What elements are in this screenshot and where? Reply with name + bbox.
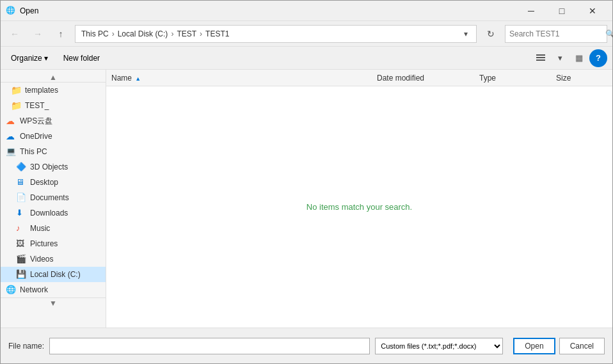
localdisk-icon: 💾: [16, 269, 26, 280]
scroll-up-button[interactable]: ▲: [1, 72, 106, 83]
svg-rect-1: [536, 57, 545, 58]
help-button[interactable]: ?: [589, 49, 607, 67]
sidebar-item-network[interactable]: 🌐 Network: [1, 282, 106, 297]
desktop-icon: 🖥: [16, 177, 26, 187]
refresh-button[interactable]: ↻: [482, 25, 500, 43]
view-controls: ▾ ▦ ?: [532, 49, 607, 67]
onedrive-icon: ☁: [6, 131, 16, 141]
dialog-icon: 🌐: [6, 6, 16, 16]
organize-dropdown-icon: ▾: [44, 54, 48, 63]
breadcrumb-sep1: ›: [112, 29, 115, 38]
sidebar-item-3dobjects[interactable]: 🔷 3D Objects: [1, 159, 106, 175]
search-input[interactable]: [509, 29, 605, 38]
sidebar-item-music[interactable]: ♪ Music: [1, 221, 106, 236]
videos-icon: 🎬: [16, 254, 26, 264]
sidebar-item-label-localdisk: Local Disk (C:): [30, 270, 81, 279]
column-size-label: Size: [556, 74, 571, 83]
navigation-toolbar: ← → ↑ This PC › Local Disk (C:) › TEST ›…: [1, 21, 612, 47]
bottom-bar: File name: Custom files (*.txt;*.pdf;*.d…: [1, 328, 612, 363]
3dobjects-icon: 🔷: [16, 162, 26, 172]
sidebar-item-label-downloads: Downloads: [30, 209, 68, 218]
open-button[interactable]: Open: [513, 338, 555, 354]
thispc-icon: 💻: [6, 146, 16, 157]
file-list: No items match your search.: [106, 86, 612, 328]
sidebar-item-templates[interactable]: 📁 templates: [1, 83, 106, 98]
sidebar-item-label-wps: WPS云盘: [20, 116, 52, 127]
sidebar-item-thispc[interactable]: 💻 This PC: [1, 144, 106, 159]
filename-input[interactable]: [49, 338, 370, 354]
open-dialog: 🌐 Open ─ □ ✕ ← → ↑ This PC › Local Disk …: [0, 0, 613, 364]
column-name-header[interactable]: Name ▲: [111, 74, 377, 83]
close-button[interactable]: ✕: [578, 1, 607, 21]
search-icon: 🔍: [605, 29, 613, 38]
breadcrumb-test1[interactable]: TEST1: [203, 29, 231, 39]
sidebar-item-label-music: Music: [30, 224, 50, 233]
organize-label: Organize: [11, 54, 42, 63]
wps-cloud-icon: ☁: [6, 116, 16, 126]
documents-icon: 📄: [16, 193, 26, 203]
back-button[interactable]: ←: [6, 25, 24, 43]
sidebar-item-label-onedrive: OneDrive: [20, 132, 52, 141]
preview-pane-button[interactable]: ▦: [570, 49, 588, 67]
svg-rect-0: [536, 54, 545, 56]
maximize-button[interactable]: □: [547, 1, 577, 21]
filetype-select[interactable]: Custom files (*.txt;*.pdf;*.docx): [375, 338, 503, 354]
filename-label: File name:: [8, 342, 44, 351]
column-name-label: Name: [111, 74, 132, 83]
downloads-icon: ⬇: [16, 208, 26, 218]
breadcrumb-thispc[interactable]: This PC: [79, 29, 111, 39]
search-bar: 🔍: [505, 25, 607, 43]
dialog-title: Open: [20, 6, 516, 15]
column-headers: Name ▲ Date modified Type Size: [106, 70, 612, 86]
sidebar-item-localdisk[interactable]: 💾 Local Disk (C:): [1, 267, 106, 282]
forward-button[interactable]: →: [29, 25, 47, 43]
organize-button[interactable]: Organize ▾: [6, 50, 53, 67]
view-details-button[interactable]: [532, 49, 550, 67]
minimize-button[interactable]: ─: [516, 1, 546, 21]
content-area: Name ▲ Date modified Type Size No items …: [106, 70, 612, 328]
sidebar: ▲ 📁 templates 📁 TEST_ ☁ WPS云盘 ☁ OneDrive: [1, 70, 106, 328]
sidebar-item-videos[interactable]: 🎬 Videos: [1, 251, 106, 267]
sidebar-item-onedrive[interactable]: ☁ OneDrive: [1, 129, 106, 144]
sidebar-item-label-desktop: Desktop: [30, 178, 58, 187]
view-toggle-button[interactable]: ▾: [551, 49, 569, 67]
column-date-header[interactable]: Date modified: [377, 74, 479, 83]
sidebar-item-label-templates: templates: [25, 86, 58, 95]
breadcrumb-sep2: ›: [171, 29, 173, 38]
sort-arrow-icon: ▲: [135, 75, 141, 82]
up-button[interactable]: ↑: [52, 25, 70, 43]
sidebar-item-label-network: Network: [20, 285, 48, 294]
breadcrumb-test[interactable]: TEST: [175, 29, 198, 39]
sidebar-item-label-3dobjects: 3D Objects: [30, 162, 68, 171]
svg-rect-2: [536, 59, 545, 61]
music-icon: ♪: [16, 223, 26, 233]
dialog-buttons: Open Cancel: [513, 338, 605, 354]
sidebar-item-label-test: TEST_: [25, 101, 49, 110]
folder-icon-test: 📁: [11, 100, 21, 111]
sidebar-item-wps[interactable]: ☁ WPS云盘: [1, 113, 106, 129]
cancel-button[interactable]: Cancel: [559, 338, 605, 354]
action-bar: Organize ▾ New folder ▾ ▦ ?: [1, 47, 612, 70]
no-items-message: No items match your search.: [306, 202, 412, 212]
sidebar-item-documents[interactable]: 📄 Documents: [1, 190, 106, 205]
sidebar-item-label-thispc: This PC: [20, 147, 47, 156]
sidebar-item-test[interactable]: 📁 TEST_: [1, 98, 106, 113]
breadcrumb-dropdown-button[interactable]: ▾: [459, 29, 472, 38]
column-type-label: Type: [479, 74, 496, 83]
column-date-label: Date modified: [377, 74, 424, 83]
network-icon: 🌐: [6, 285, 16, 295]
breadcrumb-bar: This PC › Local Disk (C:) › TEST › TEST1…: [75, 25, 477, 43]
sidebar-item-downloads[interactable]: ⬇ Downloads: [1, 205, 106, 221]
sidebar-item-desktop[interactable]: 🖥 Desktop: [1, 175, 106, 190]
details-view-icon: [536, 53, 546, 63]
column-type-header[interactable]: Type: [479, 74, 556, 83]
sidebar-item-label-pictures: Pictures: [30, 239, 58, 248]
pictures-icon: 🖼: [16, 239, 26, 249]
new-folder-button[interactable]: New folder: [58, 50, 105, 67]
sidebar-item-pictures[interactable]: 🖼 Pictures: [1, 236, 106, 251]
column-size-header[interactable]: Size: [556, 74, 607, 83]
breadcrumb-sep3: ›: [200, 29, 202, 38]
breadcrumb-localdisk[interactable]: Local Disk (C:): [116, 29, 170, 39]
window-controls: ─ □ ✕: [516, 1, 607, 21]
scroll-down-button[interactable]: ▼: [1, 297, 106, 308]
